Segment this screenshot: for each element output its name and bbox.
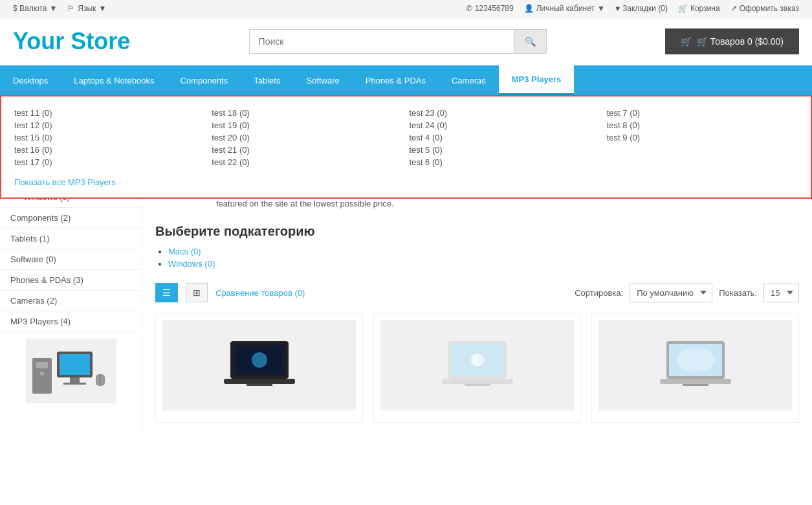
dropdown-col-4: test 7 (0) test 8 (0) test 9 (0) — [607, 107, 798, 168]
dropdown-item[interactable]: test 9 (0) — [607, 131, 798, 144]
wishlist-link[interactable]: ♥ Закладки (0) — [615, 4, 668, 13]
sort-label: Сортировка: — [575, 288, 623, 298]
dropdown-item[interactable]: test 15 (0) — [14, 131, 205, 144]
search-icon: 🔍 — [525, 36, 536, 47]
show-label: Показать: — [719, 288, 757, 298]
currency-label: $ Валюта — [13, 4, 47, 13]
laptop-dark-icon — [221, 336, 298, 394]
sidebar-item-tablets[interactable]: Tablets (1) — [0, 229, 142, 249]
subcategory-link-macs[interactable]: Macs (0) — [168, 247, 201, 256]
header: Your Store 🔍 🛒 🛒 Товаров 0 ($0.00) — [0, 17, 812, 65]
nav-item-components[interactable]: Components — [168, 65, 241, 95]
dropdown-item[interactable]: test 24 (0) — [410, 119, 600, 131]
product-card — [373, 313, 581, 423]
dropdown-item[interactable]: test 6 (0) — [410, 156, 600, 168]
sidebar-item-mp3[interactable]: MP3 Players (4) — [0, 311, 142, 332]
dropdown-item[interactable]: test 11 (0) — [14, 107, 205, 119]
cart-icon: 🛒 — [678, 4, 688, 13]
nav-item-cameras[interactable]: Cameras — [439, 65, 499, 95]
nav-item-desktops[interactable]: Desktops — [0, 65, 61, 95]
flag-icon: 🏳 — [67, 4, 75, 13]
phone-number: ✆ 123456789 — [466, 4, 514, 13]
list-view-button[interactable]: ☰ — [155, 283, 178, 302]
sidebar-item-components[interactable]: Components (2) — [0, 208, 142, 229]
cart-link[interactable]: 🛒 Корзина — [678, 4, 720, 13]
sort-select[interactable]: По умолчанию — [630, 284, 712, 302]
sidebar-item-phones[interactable]: Phones & PDAs (3) — [0, 270, 142, 291]
svg-rect-4 — [60, 354, 90, 375]
main-nav: Desktops Laptops & Notebooks Components … — [0, 65, 812, 95]
dropdown-item[interactable]: test 18 (0) — [212, 107, 402, 119]
mp3-dropdown: test 11 (0) test 12 (0) test 15 (0) test… — [0, 95, 812, 199]
dropdown-col-2: test 18 (0) test 19 (0) test 20 (0) test… — [212, 107, 402, 168]
dropdown-item[interactable]: test 7 (0) — [607, 107, 798, 119]
nav-item-tablets[interactable]: Tablets — [241, 65, 293, 95]
nav-item-laptops[interactable]: Laptops & Notebooks — [61, 65, 167, 95]
store-logo[interactable]: Your Store — [13, 28, 130, 55]
toolbar-right: Сортировка: По умолчанию Показать: 15 — [575, 284, 799, 302]
dropdown-item[interactable]: test 12 (0) — [14, 119, 205, 131]
heart-icon: ♥ — [615, 4, 620, 13]
dropdown-col-3: test 23 (0) test 24 (0) test 4 (0) test … — [410, 107, 600, 168]
dropdown-item[interactable]: test 5 (0) — [410, 144, 600, 156]
nav-item-mp3[interactable]: MP3 Players — [499, 65, 575, 95]
top-bar-left: $ Валюта ▼ 🏳 Язык ▼ — [13, 4, 106, 13]
sidebar-item-cameras[interactable]: Cameras (2) — [0, 291, 142, 311]
dropdown-item[interactable]: test 8 (0) — [607, 119, 798, 131]
dropdown-item[interactable]: test 4 (0) — [410, 131, 600, 144]
list-item: Macs (0) — [168, 245, 799, 258]
currency-chevron: ▼ — [49, 4, 57, 13]
language-label: Язык — [78, 4, 96, 13]
subcategory-link-windows[interactable]: Windows (0) — [168, 259, 215, 269]
dropdown-item[interactable]: test 16 (0) — [14, 144, 205, 156]
svg-point-22 — [471, 354, 484, 366]
dropdown-item[interactable]: test 20 (0) — [212, 131, 402, 144]
search-input[interactable] — [249, 29, 514, 54]
subcategory-title: Выберите подкатегорию — [155, 224, 799, 239]
dropdown-item[interactable]: test 19 (0) — [212, 119, 402, 131]
account-chevron: ▼ — [597, 4, 605, 13]
sidebar-banner — [6, 339, 135, 403]
currency-selector[interactable]: $ Валюта ▼ — [13, 4, 57, 13]
list-item: Windows (0) — [168, 258, 799, 270]
compare-link[interactable]: Сравнение товаров (0) — [215, 288, 305, 298]
toolbar: ☰ ⊞ Сравнение товаров (0) Сортировка: По… — [155, 283, 799, 302]
sidebar-pc-image — [26, 339, 116, 403]
show-select[interactable]: 15 — [763, 284, 799, 302]
product-grid — [155, 313, 799, 423]
sidebar-item-software[interactable]: Software (0) — [0, 249, 142, 270]
cart-btn-icon: 🛒 — [681, 36, 692, 47]
search-button[interactable]: 🔍 — [514, 29, 547, 54]
dropdown-grid: test 11 (0) test 12 (0) test 15 (0) test… — [14, 107, 798, 168]
dropdown-item[interactable]: test 17 (0) — [14, 156, 205, 168]
dropdown-col-1: test 11 (0) test 12 (0) test 15 (0) test… — [14, 107, 205, 168]
grid-view-button[interactable]: ⊞ — [186, 283, 208, 302]
show-all-mp3-link[interactable]: Показать все MP3 Players — [14, 177, 116, 187]
svg-rect-20 — [442, 379, 513, 384]
nav-item-phones[interactable]: Phones & PDAs — [353, 65, 439, 95]
top-bar: $ Валюта ▼ 🏳 Язык ▼ ✆ 123456789 👤 Личный… — [0, 0, 812, 17]
cart-button[interactable]: 🛒 🛒 Товаров 0 ($0.00) — [665, 28, 799, 54]
checkout-link[interactable]: ↗ Оформить заказ — [730, 4, 799, 13]
dropdown-item[interactable]: test 23 (0) — [410, 107, 600, 119]
search-bar: 🔍 — [249, 29, 547, 54]
phone-icon: ✆ — [466, 4, 472, 13]
nav-item-software[interactable]: Software — [293, 65, 352, 95]
subcategory-list: Macs (0) Windows (0) — [155, 245, 799, 270]
dropdown-item[interactable]: test 22 (0) — [212, 156, 402, 168]
svg-rect-5 — [70, 377, 80, 383]
account-icon: 👤 — [524, 4, 534, 13]
account-link[interactable]: 👤 Личный кабинет ▼ — [524, 4, 605, 13]
top-bar-right: ✆ 123456789 👤 Личный кабинет ▼ ♥ Закладк… — [466, 4, 799, 13]
svg-point-17 — [252, 352, 267, 368]
svg-rect-14 — [224, 379, 295, 384]
svg-rect-6 — [63, 383, 86, 385]
cart-btn-label: 🛒 Товаров 0 ($0.00) — [697, 36, 784, 47]
product-image — [598, 320, 792, 410]
svg-point-27 — [676, 348, 715, 372]
language-selector[interactable]: 🏳 Язык ▼ — [67, 4, 106, 13]
svg-rect-1 — [36, 362, 48, 368]
laptop-silver-icon — [657, 336, 734, 394]
dropdown-item[interactable]: test 21 (0) — [212, 144, 402, 156]
product-image — [380, 320, 574, 410]
